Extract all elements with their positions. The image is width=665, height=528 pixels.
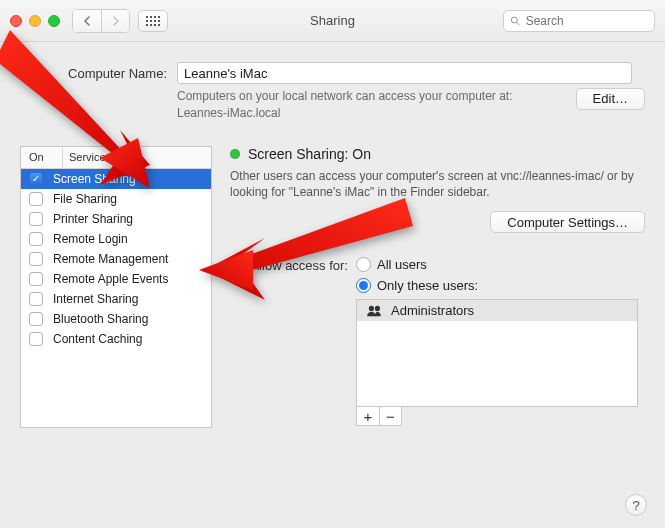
radio-only-these-users[interactable]: Only these users:	[356, 278, 478, 293]
service-row[interactable]: Remote Login	[21, 229, 211, 249]
computer-name-row: Computer Name:	[47, 62, 645, 84]
radio-icon	[356, 278, 371, 293]
add-user-button[interactable]: +	[357, 407, 379, 425]
close-icon[interactable]	[10, 15, 22, 27]
help-button[interactable]: ?	[625, 494, 647, 516]
window-controls	[10, 15, 60, 27]
status-row: Screen Sharing: On	[230, 146, 645, 162]
computer-name-label: Computer Name:	[47, 66, 167, 81]
users-list-container: Administrators + −	[356, 299, 638, 426]
service-checkbox[interactable]	[29, 192, 43, 206]
service-row[interactable]: Printer Sharing	[21, 209, 211, 229]
access-label: Allow access for:	[230, 257, 348, 293]
edit-button[interactable]: Edit…	[576, 88, 645, 110]
service-label: Remote Management	[53, 252, 168, 266]
grid-icon	[146, 16, 160, 26]
minimize-icon[interactable]	[29, 15, 41, 27]
subtitle-line1: Computers on your local network can acce…	[177, 88, 512, 105]
back-button[interactable]	[73, 10, 101, 32]
service-checkbox[interactable]	[29, 212, 43, 226]
services-header: On Service	[21, 147, 211, 169]
computer-name-subtitle: Computers on your local network can acce…	[177, 88, 645, 122]
service-checkbox[interactable]	[29, 272, 43, 286]
svg-point-0	[511, 17, 517, 23]
radio-only-label: Only these users:	[377, 278, 478, 293]
nav-segment	[72, 9, 130, 33]
svg-point-2	[369, 306, 374, 311]
service-row[interactable]: Remote Management	[21, 249, 211, 269]
service-row[interactable]: Internet Sharing	[21, 289, 211, 309]
forward-button[interactable]	[101, 10, 129, 32]
users-list-controls: + −	[356, 407, 402, 426]
service-checkbox[interactable]	[29, 232, 43, 246]
access-row: Allow access for: All users Only these u…	[230, 257, 645, 293]
status-description: Other users can access your computer's s…	[230, 168, 645, 202]
service-label: Printer Sharing	[53, 212, 133, 226]
list-item-label: Administrators	[391, 303, 474, 318]
detail-panel: Screen Sharing: On Other users can acces…	[230, 146, 645, 428]
header-service[interactable]: Service	[63, 147, 211, 168]
status-dot-icon	[230, 149, 240, 159]
users-icon	[365, 305, 383, 317]
toolbar-search[interactable]	[503, 10, 655, 32]
service-row[interactable]: File Sharing	[21, 189, 211, 209]
svg-point-3	[375, 306, 380, 311]
service-checkbox[interactable]	[29, 312, 43, 326]
titlebar: Sharing	[0, 0, 665, 42]
access-radios: All users Only these users:	[356, 257, 478, 293]
service-checkbox[interactable]	[29, 252, 43, 266]
pane-content: Computer Name: Computers on your local n…	[0, 42, 665, 528]
service-row[interactable]: Bluetooth Sharing	[21, 309, 211, 329]
services-table: On Service ✓Screen SharingFile SharingPr…	[20, 146, 212, 428]
computer-name-field[interactable]	[177, 62, 632, 84]
service-label: Screen Sharing	[53, 172, 136, 186]
service-label: Bluetooth Sharing	[53, 312, 148, 326]
service-checkbox[interactable]: ✓	[29, 172, 43, 186]
header-on[interactable]: On	[21, 147, 63, 168]
service-row[interactable]: Remote Apple Events	[21, 269, 211, 289]
computer-settings-button[interactable]: Computer Settings…	[490, 211, 645, 233]
svg-line-1	[517, 22, 520, 25]
service-label: File Sharing	[53, 192, 117, 206]
services-body: ✓Screen SharingFile SharingPrinter Shari…	[21, 169, 211, 427]
status-label: Screen Sharing: On	[248, 146, 371, 162]
service-label: Content Caching	[53, 332, 142, 346]
radio-all-users[interactable]: All users	[356, 257, 478, 272]
service-checkbox[interactable]	[29, 332, 43, 346]
list-item[interactable]: Administrators	[357, 300, 637, 321]
service-label: Remote Apple Events	[53, 272, 168, 286]
zoom-icon[interactable]	[48, 15, 60, 27]
main-area: On Service ✓Screen SharingFile SharingPr…	[20, 146, 645, 428]
radio-all-users-label: All users	[377, 257, 427, 272]
service-row[interactable]: ✓Screen Sharing	[21, 169, 211, 189]
service-checkbox[interactable]	[29, 292, 43, 306]
show-all-button[interactable]	[138, 10, 168, 32]
service-label: Remote Login	[53, 232, 128, 246]
subtitle-line2: Leannes-iMac.local	[177, 105, 512, 122]
users-list[interactable]: Administrators	[356, 299, 638, 407]
remove-user-button[interactable]: −	[379, 407, 401, 425]
radio-icon	[356, 257, 371, 272]
window-title: Sharing	[310, 13, 355, 28]
service-row[interactable]: Content Caching	[21, 329, 211, 349]
search-input[interactable]	[526, 14, 648, 28]
search-icon	[510, 15, 521, 27]
service-label: Internet Sharing	[53, 292, 138, 306]
